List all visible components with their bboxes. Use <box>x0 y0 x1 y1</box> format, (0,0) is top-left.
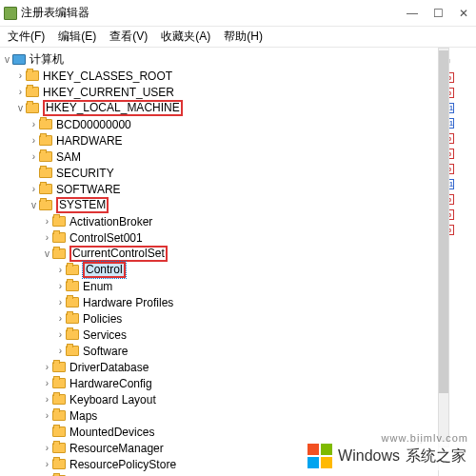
folder-icon <box>52 394 66 405</box>
watermark: Windows 系统之家 <box>304 442 470 470</box>
window-title: 注册表编辑器 <box>21 5 89 21</box>
folder-icon <box>66 346 79 356</box>
expand-toggle[interactable]: › <box>42 232 52 243</box>
folder-icon <box>52 378 66 388</box>
key-currentcontrolset[interactable]: CurrentControlSet <box>69 246 168 262</box>
expand-toggle[interactable]: › <box>29 119 39 129</box>
folder-icon <box>39 135 52 146</box>
tree-scrollbar[interactable] <box>438 48 449 447</box>
watermark-sub: 系统之家 <box>406 446 466 466</box>
key-resourcemanager[interactable]: ResourceManager <box>69 442 164 455</box>
key-hardwareconfig[interactable]: HardwareConfig <box>69 377 152 390</box>
computer-icon <box>12 54 26 65</box>
expand-toggle[interactable]: v <box>2 54 12 65</box>
folder-icon <box>52 362 66 372</box>
expand-toggle[interactable]: › <box>55 281 66 291</box>
expand-toggle[interactable]: › <box>15 70 26 81</box>
expand-toggle[interactable]: › <box>42 443 52 453</box>
menu-view[interactable]: 查看(V) <box>109 29 148 45</box>
folder-icon <box>26 70 39 81</box>
expand-toggle[interactable]: › <box>55 297 66 307</box>
windows-logo-icon <box>307 444 332 468</box>
folder-icon <box>52 443 66 453</box>
folder-icon <box>52 410 66 421</box>
folder-icon <box>52 232 66 243</box>
window-buttons: — ☐ ✕ <box>407 7 472 20</box>
regedit-icon <box>4 7 17 20</box>
menu-edit[interactable]: 编辑(E) <box>58 29 96 45</box>
expand-toggle[interactable]: › <box>29 184 39 194</box>
key-keyboard-layout[interactable]: Keyboard Layout <box>69 393 156 407</box>
key-hardware-profiles[interactable]: Hardware Profiles <box>83 296 173 309</box>
expand-toggle[interactable]: v <box>15 103 26 113</box>
key-system[interactable]: SYSTEM <box>56 197 109 213</box>
scrollbar-thumb[interactable] <box>439 50 448 393</box>
key-enum[interactable]: Enum <box>83 280 112 293</box>
folder-icon <box>52 248 66 259</box>
folder-icon <box>66 265 79 275</box>
folder-icon <box>26 103 39 113</box>
key-hardware[interactable]: HARDWARE <box>56 134 123 148</box>
key-services[interactable]: Services <box>83 328 127 342</box>
folder-icon <box>39 119 52 129</box>
menu-file[interactable]: 文件(F) <box>8 29 45 45</box>
folder-icon <box>26 87 39 97</box>
key-hklm[interactable]: HKEY_LOCAL_MACHINE <box>43 100 183 116</box>
key-control[interactable]: Control <box>83 262 126 278</box>
key-mounteddevices[interactable]: MountedDevices <box>69 426 154 439</box>
expand-toggle[interactable]: › <box>55 346 66 356</box>
key-sam[interactable]: SAM <box>56 150 81 164</box>
expand-toggle[interactable]: › <box>42 362 52 372</box>
key-software[interactable]: SOFTWARE <box>56 183 121 196</box>
minimize-button[interactable]: — <box>407 7 418 20</box>
folder-icon <box>52 459 66 469</box>
folder-icon <box>66 297 79 307</box>
expand-toggle[interactable]: › <box>15 87 26 97</box>
folder-icon <box>39 151 52 162</box>
expand-toggle[interactable]: › <box>42 216 52 227</box>
key-controlset001[interactable]: ControlSet001 <box>69 231 143 245</box>
folder-icon <box>39 200 52 210</box>
maximize-button[interactable]: ☐ <box>433 7 444 20</box>
key-hkcu[interactable]: HKEY_CURRENT_USER <box>43 86 174 99</box>
folder-icon <box>66 281 79 291</box>
expand-toggle[interactable]: › <box>42 410 52 421</box>
key-software2[interactable]: Software <box>83 345 128 358</box>
expand-toggle[interactable]: › <box>42 394 52 405</box>
key-hkcr[interactable]: HKEY_CLASSES_ROOT <box>43 69 172 83</box>
menu-help[interactable]: 帮助(H) <box>224 29 263 45</box>
key-activationbroker[interactable]: ActivationBroker <box>69 215 152 228</box>
tree-root[interactable]: 计算机 <box>30 51 64 68</box>
menubar: 文件(F) 编辑(E) 查看(V) 收藏夹(A) 帮助(H) <box>0 27 476 48</box>
expand-toggle[interactable]: › <box>55 329 66 340</box>
key-bcd[interactable]: BCD00000000 <box>56 118 131 131</box>
expand-toggle[interactable]: › <box>55 313 66 324</box>
folder-icon <box>39 184 52 194</box>
folder-icon <box>52 426 66 437</box>
key-security[interactable]: SECURITY <box>56 167 114 180</box>
titlebar: 注册表编辑器 — ☐ ✕ <box>0 0 476 27</box>
expand-toggle[interactable]: v <box>42 248 52 259</box>
expand-toggle[interactable]: › <box>55 265 66 275</box>
expand-toggle[interactable]: › <box>29 151 39 162</box>
close-button[interactable]: ✕ <box>459 7 468 20</box>
folder-icon <box>52 216 66 227</box>
folder-icon <box>39 168 52 178</box>
key-policies[interactable]: Policies <box>83 312 122 326</box>
registry-tree[interactable]: v计算机 ›HKEY_CLASSES_ROOT ›HKEY_CURRENT_US… <box>0 48 438 476</box>
expand-toggle[interactable]: › <box>29 135 39 146</box>
folder-icon <box>66 329 79 340</box>
folder-icon <box>66 313 79 324</box>
key-resourcepolicystore[interactable]: ResourcePolicyStore <box>69 458 176 471</box>
watermark-brand: Windows <box>338 447 400 465</box>
expand-toggle[interactable]: v <box>29 200 39 210</box>
key-driverdatabase[interactable]: DriverDatabase <box>69 361 149 374</box>
expand-toggle[interactable]: › <box>42 378 52 388</box>
menu-favorite[interactable]: 收藏夹(A) <box>161 29 210 45</box>
expand-toggle[interactable]: › <box>42 459 52 469</box>
key-maps[interactable]: Maps <box>69 409 97 423</box>
